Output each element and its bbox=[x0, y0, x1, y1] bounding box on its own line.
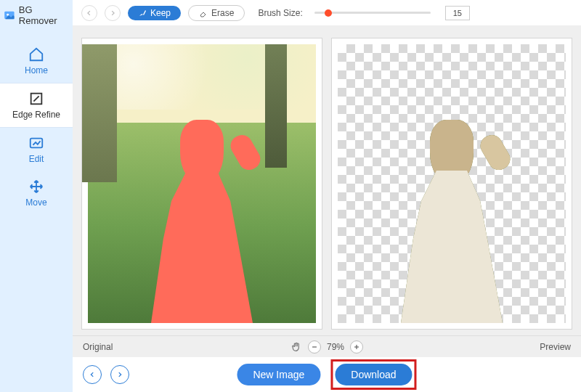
zoom-level: 79% bbox=[327, 342, 344, 352]
chevron-right-icon bbox=[116, 371, 123, 378]
svg-point-1 bbox=[7, 14, 9, 16]
zoom-out-button[interactable] bbox=[308, 340, 321, 354]
status-bar: Original 79% Preview bbox=[73, 335, 581, 357]
pan-hand-icon[interactable] bbox=[290, 341, 302, 353]
new-image-button[interactable]: New Image bbox=[237, 364, 320, 385]
erase-label: Erase bbox=[211, 8, 234, 18]
zoom-in-icon bbox=[353, 343, 360, 351]
brush-size-slider[interactable] bbox=[314, 9, 431, 17]
home-icon bbox=[28, 46, 44, 62]
slider-thumb[interactable] bbox=[325, 9, 332, 17]
app-logo: BG Remover bbox=[0, 4, 73, 26]
canvas-area bbox=[73, 26, 581, 335]
brush-icon bbox=[138, 9, 147, 17]
sidebar-item-label: Edit bbox=[29, 154, 44, 164]
zoom-controls: 79% bbox=[290, 340, 363, 354]
cutout-subject bbox=[390, 113, 513, 323]
download-highlight-box: Download bbox=[330, 359, 416, 390]
redo-icon bbox=[109, 9, 116, 17]
sidebar-item-edit[interactable]: Edit bbox=[0, 128, 73, 171]
action-bar: New Image Download bbox=[73, 357, 581, 392]
original-label: Original bbox=[83, 342, 113, 352]
edge-refine-icon bbox=[28, 91, 44, 107]
sidebar-item-label: Home bbox=[25, 65, 48, 75]
sidebar-item-move[interactable]: Move bbox=[0, 171, 73, 215]
zoom-out-icon bbox=[311, 343, 318, 351]
sidebar-item-label: Edge Refine bbox=[12, 110, 60, 120]
next-image-button[interactable] bbox=[110, 365, 129, 384]
preview-panel[interactable] bbox=[331, 38, 572, 330]
toolbar: Keep Erase Brush Size: 15 bbox=[73, 0, 581, 26]
undo-icon bbox=[86, 9, 93, 17]
prev-image-button[interactable] bbox=[83, 365, 102, 384]
zoom-in-button[interactable] bbox=[350, 340, 363, 354]
download-button[interactable]: Download bbox=[335, 364, 412, 385]
mask-arm bbox=[227, 131, 264, 173]
cutout-body bbox=[401, 171, 503, 323]
masked-subject bbox=[140, 113, 264, 323]
download-label: Download bbox=[351, 369, 396, 380]
sidebar-item-home[interactable]: Home bbox=[0, 39, 73, 83]
keep-label: Keep bbox=[150, 8, 171, 18]
chevron-left-icon bbox=[89, 371, 96, 378]
preview-label: Preview bbox=[540, 342, 571, 352]
cutout-head bbox=[430, 120, 474, 185]
bg-remover-logo-icon bbox=[3, 9, 16, 22]
slider-track bbox=[314, 12, 431, 14]
brush-size-value[interactable]: 15 bbox=[445, 6, 470, 20]
scene-tree bbox=[265, 44, 287, 168]
preview-image bbox=[338, 44, 566, 323]
erase-button[interactable]: Erase bbox=[188, 5, 245, 21]
brush-size-label: Brush Size: bbox=[258, 8, 302, 18]
main-area: Keep Erase Brush Size: 15 bbox=[73, 0, 581, 392]
app-title: BG Remover bbox=[19, 4, 73, 26]
scene-tree bbox=[81, 44, 117, 182]
cutout-arm bbox=[477, 131, 514, 173]
app-root: BG Remover Home Edge Refine Edit bbox=[0, 0, 581, 392]
edit-icon bbox=[28, 135, 44, 151]
mask-body bbox=[151, 171, 253, 323]
primary-actions: New Image Download bbox=[237, 359, 416, 390]
eraser-icon bbox=[199, 9, 208, 17]
move-icon bbox=[28, 179, 44, 195]
original-image bbox=[88, 44, 316, 323]
new-image-label: New Image bbox=[253, 369, 304, 380]
sidebar-item-label: Move bbox=[25, 197, 46, 208]
undo-button[interactable] bbox=[81, 5, 97, 21]
keep-button[interactable]: Keep bbox=[128, 6, 181, 20]
original-panel[interactable] bbox=[81, 38, 322, 330]
sidebar: BG Remover Home Edge Refine Edit bbox=[0, 0, 73, 392]
sidebar-item-edge-refine[interactable]: Edge Refine bbox=[0, 83, 73, 128]
redo-button[interactable] bbox=[105, 5, 121, 21]
